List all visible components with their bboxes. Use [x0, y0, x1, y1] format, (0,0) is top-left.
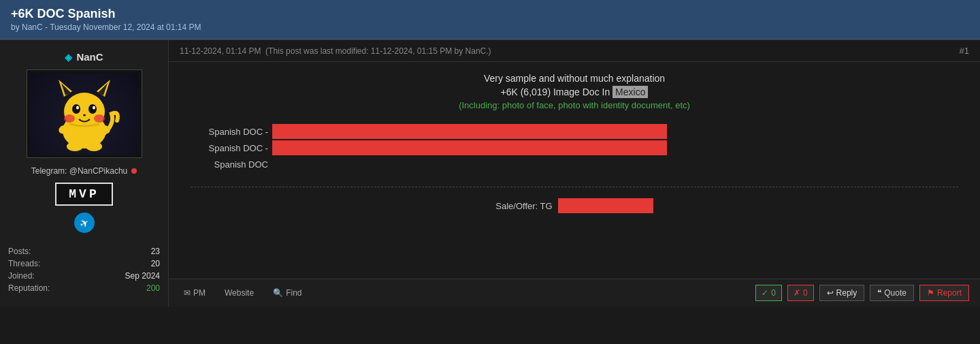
post-container: ◈ NanC — [0, 40, 980, 307]
doc-row-3: Spanish DOC — [191, 157, 958, 172]
pm-button[interactable]: ✉ PM — [180, 285, 210, 300]
username: ◈ NanC — [65, 51, 103, 63]
svg-point-12 — [94, 114, 105, 123]
doc-redacted-1 — [272, 124, 667, 139]
report-button[interactable]: ⚑ Report — [919, 285, 969, 301]
x-icon: ✗ — [794, 288, 800, 298]
diamond-icon: ◈ — [65, 52, 72, 63]
svg-point-15 — [67, 142, 83, 151]
doc-row-1: Spanish DOC - — [191, 124, 958, 139]
post-meta-bar: 11-12-2024, 01:14 PM (This post was last… — [169, 40, 980, 62]
svg-point-11 — [64, 114, 75, 123]
thread-title: +6K DOC Spanish — [11, 7, 969, 21]
doc-label-1: Spanish DOC - — [191, 127, 272, 137]
online-indicator — [131, 168, 137, 174]
reply-icon: ↩ — [827, 288, 834, 298]
stat-reputation: Reputation: 200 — [8, 283, 160, 293]
thread-meta: by NanC - Tuesday November 12, 2024 at 0… — [11, 22, 969, 32]
stat-threads: Threads: 20 — [8, 259, 160, 268]
downvote-button[interactable]: ✗ 0 — [787, 285, 814, 301]
find-button[interactable]: 🔍 Find — [269, 285, 306, 300]
post-green-description: (Including: photo of face, photo with id… — [191, 100, 958, 110]
svg-point-6 — [72, 104, 80, 114]
checkmark-icon: ✓ — [762, 288, 768, 298]
user-stats: Posts: 23 Threads: 20 Joined: Sep 2024 R… — [8, 247, 160, 296]
post-timestamp: 11-12-2024, 01:14 PM (This post was last… — [180, 46, 491, 56]
pm-icon: ✉ — [184, 288, 191, 298]
page-header: +6K DOC Spanish by NanC - Tuesday Novemb… — [0, 0, 980, 40]
doc-fields: Spanish DOC - Spanish DOC - Spanish DOC — [191, 124, 958, 173]
section-divider — [191, 187, 958, 187]
svg-point-8 — [76, 106, 79, 110]
footer-left-actions: ✉ PM Website 🔍 Find — [180, 285, 306, 300]
find-icon: 🔍 — [273, 288, 283, 298]
flag-icon: ⚑ — [927, 288, 934, 298]
post-line2: +6K (6,019) Image Doc In Mexico — [191, 87, 958, 97]
reply-button[interactable]: ↩ Reply — [819, 285, 865, 301]
telegram-info: Telegram: @NanCPikachu — [31, 166, 137, 176]
mvp-badge: MVP — [55, 183, 112, 206]
quote-icon: ❝ — [877, 288, 881, 298]
avatar-image — [30, 73, 139, 155]
upvote-button[interactable]: ✓ 0 — [755, 285, 782, 301]
doc-label-2: Spanish DOC - — [191, 143, 272, 153]
mexico-highlight: Mexico — [612, 86, 648, 98]
doc-row-2: Spanish DOC - — [191, 140, 958, 155]
post-content: 11-12-2024, 01:14 PM (This post was last… — [169, 40, 980, 307]
telegram-icon[interactable] — [74, 213, 95, 233]
footer-right-actions: ✓ 0 ✗ 0 ↩ Reply ❝ Quote ⚑ Report — [755, 285, 969, 301]
user-sidebar: ◈ NanC — [0, 40, 169, 307]
avatar — [27, 69, 142, 158]
sale-redacted — [558, 198, 653, 213]
post-body: Very sample and without much explanation… — [169, 62, 980, 279]
doc-label-3: Spanish DOC — [191, 159, 272, 170]
post-line1: Very sample and without much explanation — [191, 73, 958, 84]
post-number: #1 — [960, 46, 969, 56]
post-footer: ✉ PM Website 🔍 Find ✓ 0 ✗ 0 — [169, 279, 980, 307]
doc-redacted-2 — [272, 140, 667, 155]
sale-label: Sale/Offer: TG — [495, 201, 552, 211]
stat-joined: Joined: Sep 2024 — [8, 271, 160, 281]
sale-offer-line: Sale/Offer: TG — [191, 198, 958, 213]
quote-button[interactable]: ❝ Quote — [870, 285, 914, 301]
svg-point-9 — [93, 106, 95, 110]
website-button[interactable]: Website — [220, 285, 258, 300]
stat-posts: Posts: 23 — [8, 247, 160, 256]
svg-point-16 — [86, 142, 102, 151]
svg-point-10 — [83, 114, 86, 116]
svg-point-7 — [88, 104, 97, 114]
